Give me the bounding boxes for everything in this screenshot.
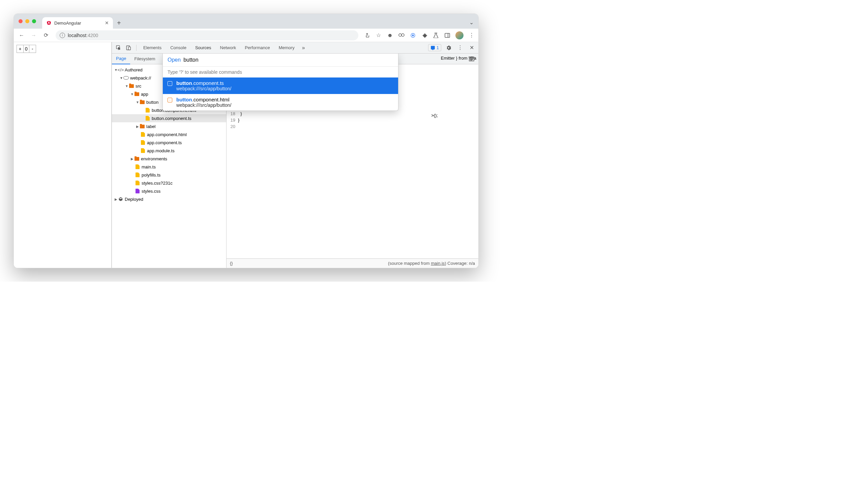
tree-label-folder[interactable]: ▶label [112,122,226,130]
tab-elements[interactable]: Elements [140,42,165,54]
open-file-input[interactable] [183,57,393,63]
nav-tab-page[interactable]: Page [112,54,130,64]
settings-icon[interactable] [445,44,453,52]
svg-rect-8 [128,47,131,50]
nav-tab-filesystem[interactable]: Filesystem [130,54,159,64]
close-window-button[interactable] [19,19,23,23]
open-file-result[interactable]: ◦button.component.htmlwebpack:///src/app… [163,94,398,110]
devtools-panel: Elements Console Sources Network Perform… [111,42,478,268]
open-file-result[interactable]: ◦button.component.tswebpack:///src/app/b… [163,77,398,94]
decrement-button[interactable]: - [29,45,36,53]
svg-point-0 [399,34,402,36]
tree-main[interactable]: main.ts [112,163,226,171]
devtools-tabbar: Elements Console Sources Network Perform… [112,42,478,54]
increment-button[interactable]: + [17,45,24,53]
tab-network[interactable]: Network [217,42,240,54]
svg-point-1 [402,34,404,36]
browser-toolbar: ← → ⟳ i localhost:4200 ☆ ☻ ⋮ [14,29,478,42]
tree-button-ts[interactable]: button.component.ts [112,114,226,122]
tree-app-html[interactable]: app.component.html [112,130,226,139]
svg-point-3 [412,34,414,36]
extension-icon-1[interactable]: ☻ [387,32,393,39]
issues-badge[interactable]: 1 [428,44,441,51]
inspect-element-icon[interactable] [115,44,123,52]
forward-button[interactable]: → [29,31,38,40]
tree-app-ts[interactable]: app.component.ts [112,139,226,146]
page-viewport: + 0 - [14,42,111,268]
tree-app-module[interactable]: app.module.ts [112,146,226,155]
tree-deployed[interactable]: ▶Deployed [112,195,226,203]
browser-tab[interactable]: DemoAngular ✕ [42,17,113,29]
site-info-icon[interactable]: i [60,33,65,38]
counter-value: 0 [24,46,29,52]
svg-rect-4 [445,33,450,37]
tab-performance[interactable]: Performance [242,42,273,54]
open-file-header: Open [163,54,398,66]
labs-icon[interactable] [432,32,439,39]
angular-favicon-icon [46,20,52,25]
bookmark-icon[interactable]: ☆ [375,32,382,39]
close-devtools-icon[interactable]: ✕ [468,44,475,52]
url-text: localhost:4200 [68,33,98,38]
close-tab-icon[interactable]: ✕ [105,20,109,25]
devtools-body: Page Filesystem ▼</>Authored ▼webpack://… [112,54,478,268]
toolbar-icons: ☆ ☻ ⋮ [364,31,475,40]
share-icon[interactable] [364,32,371,39]
open-label: Open [168,57,181,63]
tree-polyfills[interactable]: polyfills.ts [112,171,226,179]
editor-statusbar: {} (source mapped from main.js) Coverage… [226,259,478,268]
separator [136,45,137,51]
profile-avatar[interactable] [456,31,463,40]
tree-styles-q[interactable]: styles.css?231c [112,179,226,187]
browser-menu-icon[interactable]: ⋮ [468,32,475,39]
titlebar: DemoAngular ✕ + ⌄ [14,14,478,29]
source-map-link[interactable]: main.js [431,261,445,266]
address-bar[interactable]: i localhost:4200 [56,30,358,41]
tree-environments[interactable]: ▶environments [112,155,226,163]
more-tabs-icon[interactable]: » [300,45,307,51]
browser-window: DemoAngular ✕ + ⌄ ← → ⟳ i localhost:4200… [13,13,479,268]
format-icon[interactable]: {} [230,261,233,266]
code-fragment-mid: >(); [431,113,438,118]
tab-console[interactable]: Console [167,42,190,54]
content-area: + 0 - Elements Console Sources Network P… [14,42,478,268]
device-toolbar-icon[interactable] [125,44,133,52]
devtools-menu-icon[interactable]: ⋮ [456,44,464,52]
extension-icon-3[interactable] [409,32,416,39]
maximize-window-button[interactable] [32,19,36,23]
side-panel-icon[interactable] [444,32,451,39]
extension-icon-2[interactable] [398,32,405,39]
status-text: (source mapped from main.js) Coverage: n… [388,261,475,266]
reload-button[interactable]: ⟳ [42,31,50,40]
code-fragment-top: Emitter } from '@a [441,56,476,61]
back-button[interactable]: ← [17,31,26,40]
tab-title: DemoAngular [54,21,102,25]
tab-overflow-icon[interactable]: ⌄ [469,19,474,25]
counter-widget: + 0 - [17,45,36,53]
open-file-hint: Type '?' to see available commands [163,66,398,77]
new-tab-button[interactable]: + [117,19,121,27]
window-controls [19,19,36,23]
tab-sources[interactable]: Sources [192,42,215,54]
open-file-dialog: Open Type '?' to see available commands … [162,54,398,111]
minimize-window-button[interactable] [25,19,29,23]
tab-memory[interactable]: Memory [275,42,298,54]
extensions-menu-icon[interactable] [421,32,428,39]
tree-styles[interactable]: styles.css [112,187,226,195]
